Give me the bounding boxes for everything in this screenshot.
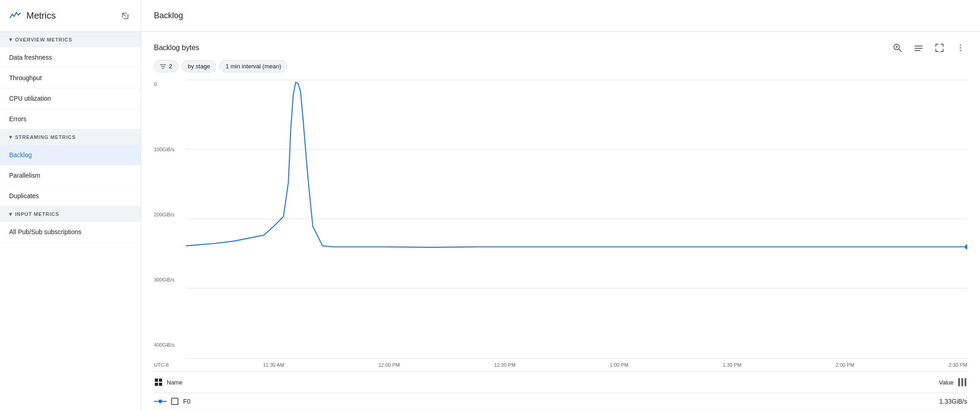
nav-item-errors[interactable]: Errors bbox=[0, 109, 141, 129]
filter-chip-count[interactable]: 2 bbox=[154, 60, 178, 72]
search-button[interactable] bbox=[891, 41, 904, 55]
main-content: Backlog Backlog bytes bbox=[141, 0, 980, 410]
x-label-1130am: 11:30 AM bbox=[263, 362, 284, 368]
filter-icon bbox=[160, 63, 166, 70]
y-label-0: 0 bbox=[154, 82, 182, 87]
nav-item-parallelism[interactable]: Parallelism bbox=[0, 165, 141, 186]
filter-row: 2 by stage 1 min interval (mean) bbox=[154, 60, 967, 72]
metrics-icon bbox=[9, 10, 22, 22]
filter-stage-label: by stage bbox=[188, 63, 210, 70]
filter-chip-interval[interactable]: 1 min interval (mean) bbox=[219, 60, 287, 72]
sidebar: Metrics ▾ OVERVIEW METRICS Data freshnes… bbox=[0, 0, 141, 410]
nav-item-backlog[interactable]: Backlog bbox=[0, 145, 141, 165]
y-label-300: 300GiB/s bbox=[154, 277, 182, 282]
series-checkbox[interactable] bbox=[171, 398, 179, 405]
svg-point-4 bbox=[960, 45, 961, 46]
chart-svg bbox=[186, 80, 967, 256]
fullscreen-button[interactable] bbox=[933, 41, 946, 55]
chart-actions bbox=[891, 41, 967, 55]
nav-item-data-freshness[interactable]: Data freshness bbox=[0, 47, 141, 68]
chart-title: Backlog bytes bbox=[154, 44, 199, 52]
section-input[interactable]: ▾ INPUT METRICS bbox=[0, 206, 141, 222]
series-value: 1.33GiB/s bbox=[939, 398, 967, 405]
chart-container: Backlog bytes bbox=[141, 32, 980, 410]
x-label-100pm: 1:00 PM bbox=[610, 362, 628, 368]
legend-table: Name Value bbox=[154, 371, 967, 410]
section-overview-label: OVERVIEW METRICS bbox=[15, 37, 72, 42]
grid-icon bbox=[154, 378, 163, 387]
x-axis: UTC-8 11:30 AM 12:00 PM 12:30 PM 1:00 PM… bbox=[154, 360, 967, 368]
y-label-400: 400GiB/s bbox=[154, 342, 182, 348]
page-header: Backlog bbox=[141, 0, 980, 32]
filter-chip-stage[interactable]: by stage bbox=[182, 60, 216, 72]
chevron-down-icon-3: ▾ bbox=[9, 211, 12, 217]
series-name: F0 bbox=[183, 398, 190, 405]
legend-header: Name Value bbox=[154, 372, 967, 393]
column-picker-icon[interactable] bbox=[957, 377, 967, 387]
grid-line-100 bbox=[186, 288, 967, 288]
svg-rect-13 bbox=[155, 383, 158, 386]
svg-rect-11 bbox=[155, 379, 158, 382]
section-streaming[interactable]: ▾ STREAMING METRICS bbox=[0, 129, 141, 145]
chevron-down-icon-2: ▾ bbox=[9, 134, 12, 140]
x-label-1230pm: 12:30 PM bbox=[494, 362, 516, 368]
svg-point-10 bbox=[965, 244, 967, 249]
svg-rect-14 bbox=[159, 383, 162, 386]
legend-header-value: Value bbox=[939, 377, 967, 387]
x-label-200pm: 2:00 PM bbox=[836, 362, 854, 368]
y-axis: 400GiB/s 300GiB/s 200GiB/s 100GiB/s 0 bbox=[154, 80, 186, 359]
legend-button[interactable] bbox=[912, 41, 925, 55]
legend-row-name: F0 bbox=[154, 398, 190, 405]
legend-value-label: Value bbox=[939, 379, 954, 386]
legend-name-label: Name bbox=[167, 379, 183, 386]
chart-area: 400GiB/s 300GiB/s 200GiB/s 100GiB/s 0 bbox=[154, 80, 967, 368]
section-streaming-label: STREAMING METRICS bbox=[15, 134, 76, 140]
x-label-130pm: 1:30 PM bbox=[723, 362, 741, 368]
chevron-down-icon: ▾ bbox=[9, 36, 12, 43]
y-label-200: 200GiB/s bbox=[154, 212, 182, 217]
svg-rect-17 bbox=[965, 378, 966, 386]
section-overview[interactable]: ▾ OVERVIEW METRICS bbox=[0, 32, 141, 47]
sidebar-title-row: Metrics bbox=[9, 10, 56, 22]
sidebar-header: Metrics bbox=[0, 0, 141, 32]
svg-rect-15 bbox=[958, 378, 960, 386]
nav-item-all-pubsub[interactable]: All Pub/Sub subscriptions bbox=[0, 222, 141, 242]
x-label-utc8: UTC-8 bbox=[154, 362, 168, 368]
nav-item-throughput[interactable]: Throughput bbox=[0, 68, 141, 88]
chart-title-row: Backlog bytes bbox=[154, 41, 967, 55]
legend-row: F0 1.33GiB/s bbox=[154, 393, 967, 410]
svg-rect-12 bbox=[159, 379, 162, 382]
y-label-100: 100GiB/s bbox=[154, 147, 182, 152]
nav-item-duplicates[interactable]: Duplicates bbox=[0, 186, 141, 206]
chart-grid: 400GiB/s 300GiB/s 200GiB/s 100GiB/s 0 bbox=[154, 80, 967, 359]
sidebar-title: Metrics bbox=[26, 10, 56, 21]
more-options-button[interactable] bbox=[954, 41, 967, 55]
svg-point-6 bbox=[960, 50, 961, 51]
x-label-230pm: 2:30 PM bbox=[949, 362, 967, 368]
chart-plot bbox=[186, 80, 967, 359]
nav-item-cpu-utilization[interactable]: CPU utilization bbox=[0, 88, 141, 109]
collapse-button[interactable] bbox=[119, 10, 132, 22]
svg-point-5 bbox=[960, 47, 961, 49]
filter-interval-label: 1 min interval (mean) bbox=[225, 63, 281, 70]
series-line-icon bbox=[154, 398, 167, 405]
page-title: Backlog bbox=[154, 11, 183, 20]
svg-rect-16 bbox=[961, 378, 963, 386]
x-label-1200pm: 12:00 PM bbox=[378, 362, 400, 368]
section-input-label: INPUT METRICS bbox=[15, 211, 59, 217]
filter-count-label: 2 bbox=[169, 63, 172, 70]
legend-header-name: Name bbox=[154, 378, 183, 387]
